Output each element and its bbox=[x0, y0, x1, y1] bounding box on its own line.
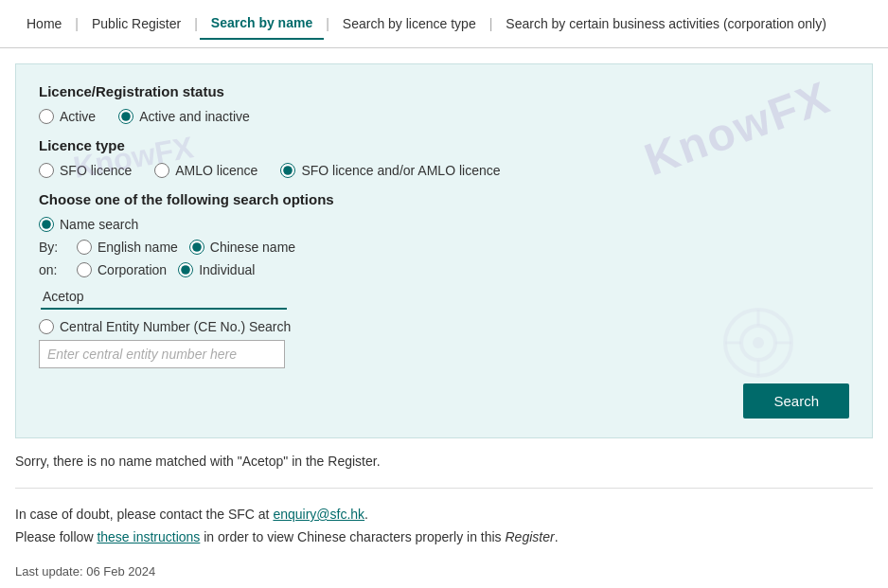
divider bbox=[15, 488, 873, 489]
individual-radio[interactable] bbox=[178, 262, 193, 277]
chinese-name-label: Chinese name bbox=[210, 240, 295, 255]
status-active-inactive-radio[interactable] bbox=[118, 109, 133, 124]
instructions-link[interactable]: these instructions bbox=[97, 529, 200, 544]
name-search-label: Name search bbox=[60, 217, 138, 232]
nav-public-register[interactable]: Public Register bbox=[80, 9, 192, 39]
search-options-title: Choose one of the following search optio… bbox=[39, 191, 849, 207]
name-search-option[interactable]: Name search bbox=[39, 217, 849, 232]
licence-amlo-item[interactable]: AMLO licence bbox=[154, 163, 258, 178]
english-name-item[interactable]: English name bbox=[77, 240, 178, 255]
licence-sfo-amlo-label: SFO licence and/or AMLO licence bbox=[301, 163, 500, 178]
licence-type-title: Licence type bbox=[39, 137, 849, 153]
search-form-card: KnowFX KnowFX Licence/Registration statu… bbox=[15, 63, 873, 438]
main-nav: Home | Public Register | Search by name … bbox=[0, 0, 888, 48]
licence-sfo-radio[interactable] bbox=[39, 163, 54, 178]
status-active-inactive-item[interactable]: Active and inactive bbox=[118, 109, 250, 124]
ce-search-radio[interactable] bbox=[39, 319, 54, 334]
licence-sfo-amlo-radio[interactable] bbox=[280, 163, 295, 178]
name-search-radio[interactable] bbox=[39, 217, 54, 232]
licence-status-group: Active Active and inactive bbox=[39, 109, 849, 124]
corporation-radio[interactable] bbox=[77, 262, 92, 277]
search-button[interactable]: Search bbox=[743, 383, 849, 419]
status-active-label: Active bbox=[60, 109, 96, 124]
licence-sfo-label: SFO licence bbox=[60, 163, 132, 178]
name-search-section: Name search By: English name Chinese nam… bbox=[39, 217, 849, 368]
status-active-radio[interactable] bbox=[39, 109, 54, 124]
licence-type-group: SFO licence AMLO licence SFO licence and… bbox=[39, 163, 849, 178]
chinese-name-item[interactable]: Chinese name bbox=[189, 240, 295, 255]
by-label: By: bbox=[39, 240, 65, 255]
contact-line: In case of doubt, please contact the SFC… bbox=[15, 504, 873, 526]
register-period: . bbox=[555, 529, 559, 544]
nav-search-by-business[interactable]: Search by certain business activities (c… bbox=[494, 9, 838, 39]
info-section: In case of doubt, please contact the SFC… bbox=[15, 504, 873, 549]
nav-search-by-name[interactable]: Search by name bbox=[200, 8, 324, 40]
licence-amlo-radio[interactable] bbox=[154, 163, 169, 178]
instructions-suffix: in order to view Chinese characters prop… bbox=[200, 529, 505, 544]
licence-status-title: Licence/Registration status bbox=[39, 83, 849, 99]
name-input-row bbox=[39, 285, 849, 310]
ce-number-input[interactable] bbox=[39, 340, 285, 368]
nav-sep-1: | bbox=[73, 16, 80, 31]
status-active-item[interactable]: Active bbox=[39, 109, 96, 124]
english-name-radio[interactable] bbox=[77, 240, 92, 255]
search-btn-row: Search bbox=[39, 383, 849, 419]
individual-item[interactable]: Individual bbox=[178, 262, 255, 277]
ce-search-label: Central Entity Number (CE No.) Search bbox=[60, 319, 291, 334]
individual-label: Individual bbox=[199, 262, 255, 277]
result-message: Sorry, there is no name matched with "Ac… bbox=[15, 454, 873, 469]
on-label: on: bbox=[39, 262, 65, 277]
name-search-input[interactable] bbox=[41, 285, 287, 310]
ce-search-option[interactable]: Central Entity Number (CE No.) Search bbox=[39, 319, 849, 334]
nav-sep-3: | bbox=[324, 16, 331, 31]
instructions-prefix: Please follow bbox=[15, 529, 97, 544]
contact-text: In case of doubt, please contact the SFC… bbox=[15, 507, 273, 522]
licence-sfo-item[interactable]: SFO licence bbox=[39, 163, 132, 178]
licence-amlo-label: AMLO licence bbox=[175, 163, 258, 178]
by-row: By: English name Chinese name bbox=[39, 240, 849, 255]
last-update: Last update: 06 Feb 2024 bbox=[15, 564, 873, 579]
instructions-line: Please follow these instructions in orde… bbox=[15, 526, 873, 549]
nav-search-by-licence-type[interactable]: Search by licence type bbox=[331, 9, 488, 39]
corporation-label: Corporation bbox=[98, 262, 167, 277]
main-content: KnowFX KnowFX Licence/Registration statu… bbox=[0, 48, 888, 588]
email-link[interactable]: enquiry@sfc.hk bbox=[273, 507, 364, 522]
status-active-inactive-label: Active and inactive bbox=[139, 109, 250, 124]
licence-sfo-amlo-item[interactable]: SFO licence and/or AMLO licence bbox=[280, 163, 500, 178]
register-italic: Register bbox=[506, 529, 555, 544]
english-name-label: English name bbox=[98, 240, 178, 255]
nav-sep-2: | bbox=[192, 16, 200, 31]
on-row: on: Corporation Individual bbox=[39, 262, 849, 277]
corporation-item[interactable]: Corporation bbox=[77, 262, 167, 277]
chinese-name-radio[interactable] bbox=[189, 240, 204, 255]
nav-home[interactable]: Home bbox=[15, 9, 73, 39]
nav-sep-4: | bbox=[488, 16, 495, 31]
